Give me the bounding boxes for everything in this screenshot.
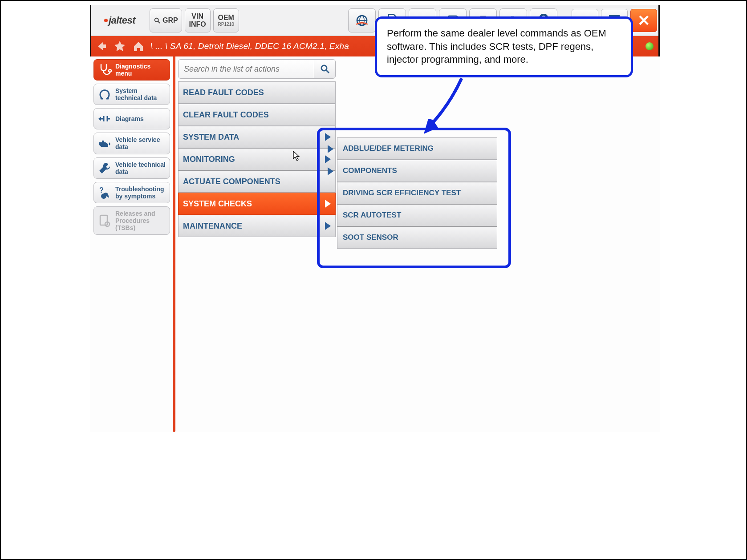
sub-action-components[interactable]: COMPONENTS bbox=[337, 160, 497, 182]
stethoscope-icon bbox=[97, 63, 112, 77]
svg-text:?: ? bbox=[99, 186, 104, 194]
sub-action-soot-sensor[interactable]: SOOT SENSOR bbox=[337, 226, 497, 249]
vin-label-l1: VIN bbox=[191, 12, 203, 20]
home-icon bbox=[132, 40, 145, 52]
search-input[interactable] bbox=[178, 59, 314, 79]
action-maintenance[interactable]: MAINTENANCE bbox=[178, 215, 336, 237]
action-actuate-components[interactable]: ACTUATE COMPONENTS bbox=[178, 170, 336, 193]
oil-can-icon bbox=[97, 136, 112, 150]
chevron-right-icon bbox=[328, 145, 333, 153]
star-icon bbox=[114, 40, 126, 52]
sub-action-scr-autotest[interactable]: SCR AUTOTEST bbox=[337, 204, 497, 226]
action-label: READ FAULT CODES bbox=[183, 88, 264, 97]
sidebar-item-vehicle-technical-data[interactable]: Vehicle technical data bbox=[93, 157, 170, 179]
sidebar-item-label: Diagnostics menu bbox=[115, 63, 166, 77]
back-arrow-icon bbox=[94, 40, 108, 53]
action-label: MONITORING bbox=[183, 155, 235, 164]
sub-action-adblue-def-metering[interactable]: ADBLUE/DEF METERING bbox=[337, 137, 497, 160]
diagram-icon bbox=[97, 112, 112, 126]
action-system-data[interactable]: SYSTEM DATA bbox=[178, 126, 336, 148]
svg-line-1 bbox=[158, 21, 160, 23]
chevron-right-icon bbox=[325, 200, 331, 208]
sidebar-item-label: Troubleshooting by symptoms bbox=[115, 185, 166, 200]
sidebar-item-vehicle-service-data[interactable]: Vehicle service data bbox=[93, 133, 170, 154]
action-clear-fault-codes[interactable]: CLEAR FAULT CODES bbox=[178, 104, 336, 126]
action-system-checks[interactable]: SYSTEM CHECKS bbox=[178, 193, 336, 215]
globe-button[interactable] bbox=[348, 8, 376, 32]
sub-action-label: ADBLUE/DEF METERING bbox=[343, 144, 434, 153]
globe-icon bbox=[354, 13, 369, 28]
action-label: MAINTENANCE bbox=[183, 222, 242, 231]
close-icon: ✕ bbox=[637, 12, 650, 29]
svg-rect-31 bbox=[102, 141, 104, 142]
sidebar-item-label: Diagrams bbox=[115, 115, 144, 122]
chevron-right-icon bbox=[328, 167, 333, 175]
logo-dot-icon bbox=[104, 19, 108, 22]
sidebar-item-troubleshooting[interactable]: ? Troubleshooting by symptoms bbox=[93, 182, 170, 203]
oem-label-l1: OEM bbox=[218, 14, 234, 22]
breadcrumb-text: \ ... \ SA 61, Detroit Diesel, DDEC 16 A… bbox=[150, 41, 349, 51]
action-label: SYSTEM DATA bbox=[183, 133, 239, 142]
document-gear-icon bbox=[97, 214, 112, 228]
sub-action-driving-scr-efficiency[interactable]: DRIVING SCR EFFICIENCY TEST bbox=[337, 182, 497, 204]
oem-rp1210-button[interactable]: OEM RP1210 bbox=[213, 8, 239, 32]
action-label: SYSTEM CHECKS bbox=[183, 199, 252, 209]
sidebar-item-label: Vehicle technical data bbox=[115, 161, 166, 175]
action-read-fault-codes[interactable]: READ FAULT CODES bbox=[178, 81, 336, 104]
annotation-text: Perform the same dealer level commands a… bbox=[387, 28, 606, 65]
subactions-panel: ADBLUE/DEF METERING COMPONENTS DRIVING S… bbox=[337, 137, 497, 249]
sub-action-label: COMPONENTS bbox=[343, 166, 397, 175]
vin-label-l2: INFO bbox=[189, 20, 206, 28]
svg-point-0 bbox=[155, 18, 158, 21]
annotation-callout: Perform the same dealer level commands a… bbox=[375, 16, 633, 77]
favorite-button[interactable] bbox=[113, 40, 126, 53]
sidebar-item-diagrams[interactable]: Diagrams bbox=[93, 108, 170, 129]
chevron-right-icon bbox=[325, 222, 331, 230]
close-button[interactable]: ✕ bbox=[630, 9, 657, 32]
svg-rect-33 bbox=[100, 215, 107, 225]
sidebar-item-label: Vehicle service data bbox=[115, 136, 166, 150]
connection-status-icon bbox=[646, 42, 654, 50]
grp-label: GRP bbox=[162, 16, 178, 24]
home-button[interactable] bbox=[132, 40, 145, 53]
logo-text: jaltest bbox=[109, 15, 135, 26]
vin-info-button[interactable]: VIN INFO bbox=[185, 8, 211, 32]
grp-button[interactable]: GRP bbox=[150, 8, 182, 32]
oem-label-l2: RP1210 bbox=[218, 22, 234, 27]
sub-action-label: SCR AUTOTEST bbox=[343, 211, 401, 220]
chevron-right-icon bbox=[325, 155, 331, 163]
app-logo: jaltest bbox=[93, 9, 147, 32]
troubleshoot-icon: ? bbox=[97, 185, 112, 200]
sub-action-label: DRIVING SCR EFFICIENCY TEST bbox=[343, 189, 461, 197]
sidebar-item-label: Releases and Procedures (TSBs) bbox=[115, 210, 166, 231]
back-button[interactable] bbox=[94, 40, 108, 53]
search-icon bbox=[154, 17, 161, 24]
actions-column: READ FAULT CODES CLEAR FAULT CODES SYSTE… bbox=[175, 56, 336, 432]
svg-point-35 bbox=[321, 65, 327, 71]
chevron-right-icon bbox=[325, 133, 331, 141]
action-monitoring[interactable]: MONITORING bbox=[178, 148, 336, 170]
svg-point-30 bbox=[109, 69, 111, 72]
sub-action-label: SOOT SENSOR bbox=[343, 233, 398, 242]
svg-line-36 bbox=[326, 70, 329, 73]
wrench-icon bbox=[97, 161, 112, 175]
omega-icon bbox=[97, 87, 112, 101]
action-label: CLEAR FAULT CODES bbox=[183, 110, 269, 120]
search-button[interactable] bbox=[314, 59, 336, 79]
sidebar-item-diagnostics-menu[interactable]: Diagnostics menu bbox=[93, 59, 170, 81]
magnifier-icon bbox=[320, 64, 330, 74]
sidebar-item-releases-procedures: Releases and Procedures (TSBs) bbox=[93, 206, 170, 235]
sidebar: Diagnostics menu System technical data D… bbox=[90, 56, 173, 432]
sidebar-item-system-technical-data[interactable]: System technical data bbox=[93, 84, 170, 105]
action-label: ACTUATE COMPONENTS bbox=[183, 177, 280, 186]
sidebar-item-label: System technical data bbox=[115, 87, 166, 101]
